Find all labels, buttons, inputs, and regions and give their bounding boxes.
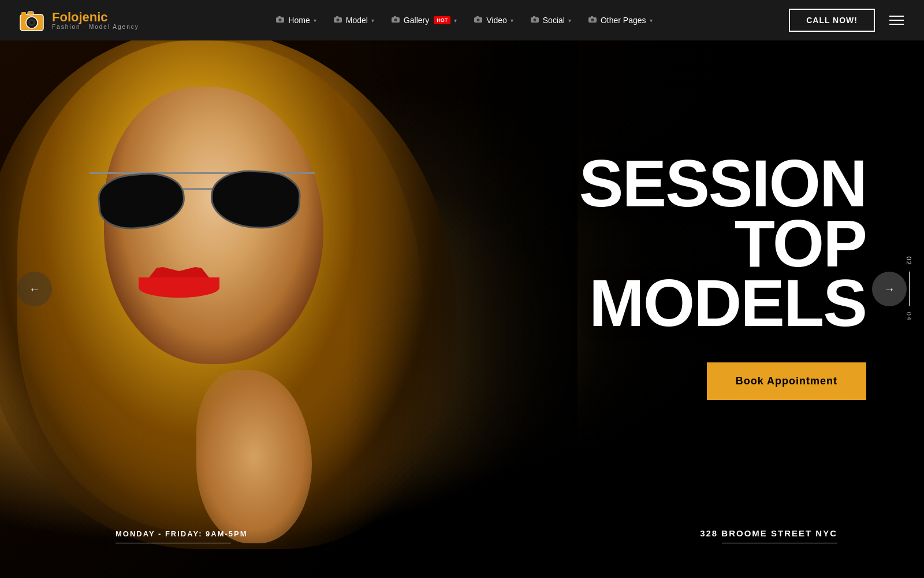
svg-point-4 (30, 21, 33, 24)
nav-label-model: Model (346, 16, 368, 25)
nav-link-model[interactable]: Model ▾ (326, 10, 381, 30)
camera-icon-other-pages (588, 15, 597, 25)
nav-link-social[interactable]: Social ▾ (523, 10, 578, 30)
hero-content: SESSION TOP MODELS Book Appointment (474, 154, 866, 399)
hero-title: SESSION TOP MODELS (474, 154, 866, 333)
camera-icon-social (530, 15, 539, 25)
bottom-schedule-info: MONDAY - FRIDAY: 9AM-5PM (116, 529, 248, 543)
camera-icon-home (275, 15, 285, 25)
slide-divider-line (909, 272, 910, 306)
book-appointment-button[interactable]: Book Appointment (707, 362, 866, 399)
svg-rect-6 (21, 12, 26, 15)
nav-link-video[interactable]: Video ▾ (467, 10, 520, 30)
hot-badge: HOT (434, 16, 450, 24)
nav-item-other-pages[interactable]: Other Pages ▾ (581, 10, 660, 30)
camera-icon-model (333, 15, 342, 25)
arrow-right-icon: → (884, 283, 895, 296)
brand-name-group: Folojenic Fashion · Model Agency (52, 11, 139, 30)
lips (139, 266, 219, 298)
slide-indicators: 02 04 (906, 257, 912, 322)
dropdown-arrow-other-pages: ▾ (650, 17, 653, 24)
lips-lower (139, 277, 219, 298)
hero-title-line2: TOP MODELS (589, 206, 866, 339)
svg-rect-9 (278, 16, 281, 18)
svg-rect-12 (336, 16, 338, 18)
navbar: Folojenic Fashion · Model Agency Home ▾ … (0, 0, 924, 40)
camera-icon-video (474, 15, 483, 25)
sunglass-lens-right (209, 168, 301, 231)
nav-label-video: Video (486, 16, 507, 25)
hamburger-line-1 (889, 16, 904, 17)
schedule-text: MONDAY - FRIDAY: 9AM-5PM (116, 529, 248, 538)
slide-next-button[interactable]: → (872, 272, 907, 306)
bottom-address-info: 328 BROOME STREET NYC (700, 528, 837, 543)
nav-label-gallery: Gallery (404, 16, 429, 25)
address-text: 328 BROOME STREET NYC (700, 528, 837, 538)
nav-item-gallery[interactable]: Gallery HOT ▾ (384, 10, 464, 30)
dropdown-arrow-video: ▾ (511, 17, 513, 24)
nav-link-home[interactable]: Home ▾ (269, 10, 323, 30)
arrow-left-icon: ← (29, 283, 40, 296)
nav-link-gallery[interactable]: Gallery HOT ▾ (384, 10, 464, 30)
svg-rect-15 (394, 16, 396, 18)
brand-tagline: Fashion · Model Agency (52, 24, 139, 30)
nav-label-other-pages: Other Pages (601, 16, 646, 25)
schedule-underline (116, 543, 231, 543)
nav-item-social[interactable]: Social ▾ (523, 10, 578, 30)
svg-point-23 (591, 18, 594, 21)
svg-point-20 (533, 18, 536, 21)
dropdown-arrow-model: ▾ (371, 17, 374, 24)
svg-rect-21 (533, 16, 535, 18)
hero-section: SESSION TOP MODELS Book Appointment ← → … (0, 0, 924, 578)
address-underline (722, 543, 837, 543)
svg-point-8 (279, 18, 282, 21)
svg-rect-18 (476, 16, 479, 18)
sunglass-lens-left (96, 170, 187, 232)
nav-label-home: Home (288, 16, 310, 25)
nav-item-video[interactable]: Video ▾ (467, 10, 520, 30)
brand-name: Folojenic (52, 11, 139, 24)
dropdown-arrow-home: ▾ (314, 17, 316, 24)
nav-label-social: Social (543, 16, 565, 25)
nav-right: CALL NOW! (789, 9, 907, 32)
svg-point-11 (336, 18, 339, 21)
svg-rect-24 (591, 16, 593, 18)
svg-rect-5 (28, 12, 33, 15)
dropdown-arrow-social: ▾ (568, 17, 571, 24)
slide-current-number: 02 (906, 257, 912, 266)
nav-menu: Home ▾ Model ▾ Gallery HOT ▾ (269, 10, 659, 30)
slide-prev-button[interactable]: ← (17, 272, 52, 306)
nav-item-home[interactable]: Home ▾ (269, 10, 323, 30)
hamburger-line-3 (889, 24, 904, 25)
nav-item-model[interactable]: Model ▾ (326, 10, 381, 30)
hamburger-menu[interactable] (886, 13, 907, 28)
svg-point-14 (394, 18, 397, 21)
svg-point-17 (477, 18, 480, 21)
logo-icon (17, 6, 46, 35)
hamburger-line-2 (889, 20, 904, 21)
call-now-button[interactable]: CALL NOW! (789, 9, 875, 32)
slide-total-number: 04 (906, 312, 912, 321)
brand-logo[interactable]: Folojenic Fashion · Model Agency (17, 6, 139, 35)
sunglasses (87, 168, 318, 237)
camera-icon-gallery (391, 15, 400, 25)
dropdown-arrow-gallery: ▾ (454, 17, 457, 24)
nav-link-other-pages[interactable]: Other Pages ▾ (581, 10, 660, 30)
